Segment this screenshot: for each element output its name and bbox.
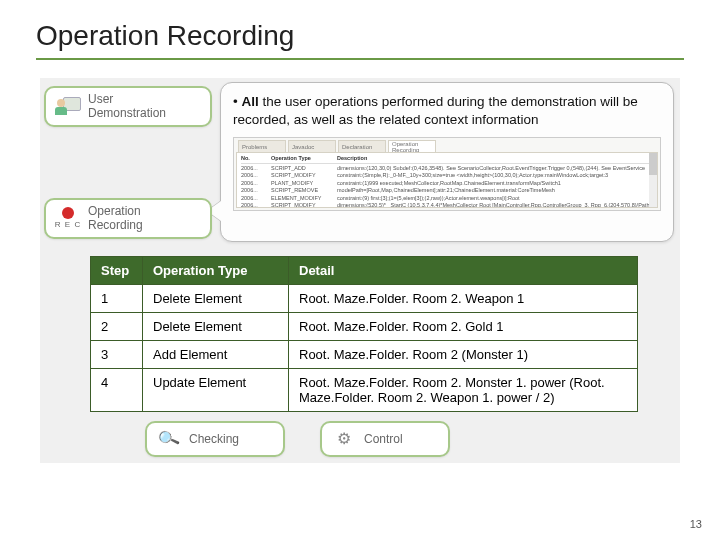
cell-detail: Root. Maze.Folder. Room 2. Monster 1. po…	[289, 369, 638, 412]
log-screenshot: Problems Javadoc Declaration Operation R…	[233, 137, 661, 211]
cell-detail: Root. Maze.Folder. Room 2. Gold 1	[289, 313, 638, 341]
log-tab-active: Operation Recording	[388, 140, 436, 152]
table-row: 2 Delete Element Root. Maze.Folder. Room…	[91, 313, 638, 341]
th-step: Step	[91, 257, 143, 285]
operations-table: Step Operation Type Detail 1 Delete Elem…	[90, 256, 638, 412]
callout-panel: • All the user operations performed duri…	[220, 82, 674, 242]
node-checking: 🔍 Checking	[145, 421, 285, 457]
page-number: 13	[690, 518, 702, 530]
cell-type: Add Element	[143, 341, 289, 369]
th-type: Operation Type	[143, 257, 289, 285]
cell-type: Delete Element	[143, 313, 289, 341]
cell-detail: Root. Maze.Folder. Room 2. Weapon 1	[289, 285, 638, 313]
log-row: 2006...SCRIPT_MODIFYconstraint:(Simple,R…	[241, 172, 655, 179]
log-tabs: Problems Javadoc Declaration Operation R…	[236, 140, 658, 152]
callout-rest: the user operations performed during the…	[233, 94, 638, 127]
log-tab: Problems	[238, 140, 286, 152]
cell-step: 2	[91, 313, 143, 341]
node-operation-recording: R E C Operation Recording	[44, 198, 212, 239]
log-row: 2006...ELEMENT_MODIFYconstraint:(9) firs…	[241, 195, 655, 202]
page-title: Operation Recording	[36, 20, 684, 60]
log-header: No. Operation Type Description	[241, 155, 655, 163]
node-label: Checking	[189, 432, 239, 446]
cell-detail: Root. Maze.Folder. Room 2 (Monster 1)	[289, 341, 638, 369]
scrollbar	[649, 153, 657, 207]
node-label: User Demonstration	[88, 92, 166, 121]
user-monitor-icon	[54, 94, 82, 118]
node-label: Control	[364, 432, 403, 446]
node-label: Operation Recording	[88, 204, 143, 233]
table-row: 3 Add Element Root. Maze.Folder. Room 2 …	[91, 341, 638, 369]
th-detail: Detail	[289, 257, 638, 285]
cell-step: 3	[91, 341, 143, 369]
node-control: ⚙ Control	[320, 421, 450, 457]
cell-step: 1	[91, 285, 143, 313]
table-header-row: Step Operation Type Detail	[91, 257, 638, 285]
slide: Operation Recording User Demonstration R…	[0, 0, 720, 540]
table-row: 1 Delete Element Root. Maze.Folder. Room…	[91, 285, 638, 313]
record-icon: R E C	[54, 206, 82, 230]
log-row: 2006...PLANT_MODIFYconstraint:(1)999 exe…	[241, 180, 655, 187]
log-row: 2006...SCRIPT_ADDdimensions:(120,30,0) S…	[241, 165, 655, 172]
callout-text: • All the user operations performed duri…	[233, 93, 661, 129]
log-row: 2006...SCRIPT_MODIFYdimensions:(520,5)* …	[241, 202, 655, 208]
magnifier-icon: 🔍	[152, 423, 187, 455]
log-tab: Javadoc	[288, 140, 336, 152]
cell-step: 4	[91, 369, 143, 412]
node-user-demonstration: User Demonstration	[44, 86, 212, 127]
gear-icon: ⚙	[330, 427, 358, 451]
table-row: 4 Update Element Root. Maze.Folder. Room…	[91, 369, 638, 412]
cell-type: Delete Element	[143, 285, 289, 313]
log-body: No. Operation Type Description 2006...SC…	[236, 152, 658, 208]
log-row: 2006...SCRIPT_REMOVEmodelPath=[Root,Map,…	[241, 187, 655, 194]
callout-lead: All	[241, 94, 258, 109]
log-tab: Declaration	[338, 140, 386, 152]
diagram-canvas: User Demonstration R E C Operation Recor…	[40, 78, 680, 463]
cell-type: Update Element	[143, 369, 289, 412]
